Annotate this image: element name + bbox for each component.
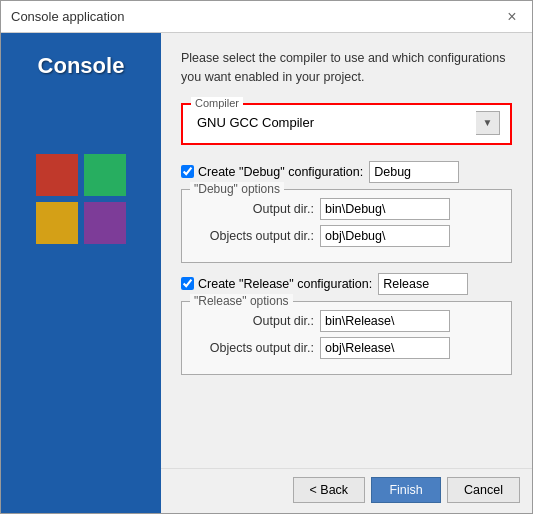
release-options-legend: "Release" options xyxy=(190,294,293,308)
button-bar: < Back Finish Cancel xyxy=(161,468,532,513)
description-text: Please select the compiler to use and wh… xyxy=(181,49,512,87)
compiler-input[interactable] xyxy=(193,111,476,135)
release-output-dir-input[interactable] xyxy=(320,310,450,332)
release-objects-dir-input[interactable] xyxy=(320,337,450,359)
title-bar: Console application × xyxy=(1,1,532,33)
sidebar: Console xyxy=(1,33,161,513)
debug-config-row: Create "Debug" configuration: xyxy=(181,161,512,183)
debug-config-input[interactable] xyxy=(369,161,459,183)
svg-rect-4 xyxy=(36,154,78,196)
content-area: Console Please select the compiler to xyxy=(1,33,532,513)
release-section: Create "Release" configuration: "Release… xyxy=(181,273,512,385)
compiler-group: Compiler ▼ xyxy=(181,103,512,145)
debug-objects-dir-input[interactable] xyxy=(320,225,450,247)
debug-options-group: "Debug" options Output dir.: Objects out… xyxy=(181,189,512,263)
window-title: Console application xyxy=(11,9,124,24)
main-panel: Please select the compiler to use and wh… xyxy=(161,33,532,468)
compiler-select-row: ▼ xyxy=(193,111,500,135)
debug-objects-dir-label: Objects output dir.: xyxy=(194,229,314,243)
debug-options-legend: "Debug" options xyxy=(190,182,284,196)
back-button[interactable]: < Back xyxy=(293,477,366,503)
debug-objects-dir-row: Objects output dir.: xyxy=(194,225,499,247)
debug-output-dir-row: Output dir.: xyxy=(194,198,499,220)
svg-rect-5 xyxy=(84,154,126,196)
release-objects-dir-label: Objects output dir.: xyxy=(194,341,314,355)
debug-checkbox[interactable] xyxy=(181,165,194,178)
compiler-legend: Compiler xyxy=(191,97,243,109)
release-output-dir-label: Output dir.: xyxy=(194,314,314,328)
debug-output-dir-input[interactable] xyxy=(320,198,450,220)
main-window: Console application × Console xyxy=(0,0,533,514)
cube-icon xyxy=(31,149,131,249)
svg-rect-6 xyxy=(36,202,78,244)
debug-output-dir-label: Output dir.: xyxy=(194,202,314,216)
svg-rect-7 xyxy=(84,202,126,244)
sidebar-title: Console xyxy=(38,53,125,79)
release-checkbox-label: Create "Release" configuration: xyxy=(198,277,372,291)
release-config-input[interactable] xyxy=(378,273,468,295)
release-objects-dir-row: Objects output dir.: xyxy=(194,337,499,359)
release-checkbox[interactable] xyxy=(181,277,194,290)
compiler-dropdown-arrow[interactable]: ▼ xyxy=(476,111,500,135)
close-button[interactable]: × xyxy=(502,7,522,27)
cancel-button[interactable]: Cancel xyxy=(447,477,520,503)
finish-button[interactable]: Finish xyxy=(371,477,441,503)
release-config-row: Create "Release" configuration: xyxy=(181,273,512,295)
debug-checkbox-label: Create "Debug" configuration: xyxy=(198,165,363,179)
debug-section: Create "Debug" configuration: "Debug" op… xyxy=(181,161,512,273)
release-output-dir-row: Output dir.: xyxy=(194,310,499,332)
release-options-group: "Release" options Output dir.: Objects o… xyxy=(181,301,512,375)
